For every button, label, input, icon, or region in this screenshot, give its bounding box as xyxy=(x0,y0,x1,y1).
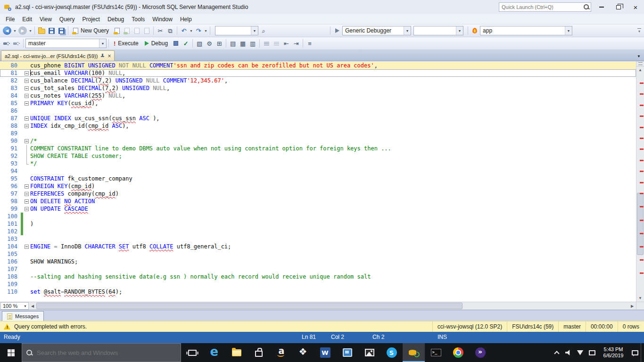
tray-overflow-button[interactable] xyxy=(551,343,562,362)
cut-button[interactable]: ✂ xyxy=(156,25,165,36)
available-databases-combo[interactable]: master ▼ xyxy=(25,39,107,48)
code-line-95[interactable]: 95CONSTRAINT fk_customer_company xyxy=(0,175,636,182)
scroll-up-arrow[interactable]: ▲ xyxy=(636,66,644,74)
uncomment-button[interactable] xyxy=(272,38,281,49)
chevron-down-icon[interactable]: ▼ xyxy=(565,26,572,35)
taskbar-clock[interactable]: 5:43 PM 6/6/2019 xyxy=(598,346,629,359)
back-dropdown[interactable]: ▼ xyxy=(13,29,17,33)
splitter-grip[interactable] xyxy=(636,61,644,66)
code-line-90[interactable]: 90/* xyxy=(0,137,636,145)
tab-close-icon[interactable]: × xyxy=(107,53,111,59)
hscroll-thumb[interactable] xyxy=(36,303,462,309)
taskbar-photos-button[interactable] xyxy=(358,343,380,362)
code-line-84[interactable]: 84cus_notes VARCHAR(255) NULL, xyxy=(0,92,636,99)
network-button[interactable] xyxy=(574,343,586,362)
action-center-button[interactable] xyxy=(629,343,641,362)
menu-file[interactable]: File xyxy=(2,15,18,24)
code-line-110[interactable]: 110set @salt=RANDOM_BYTES(64); xyxy=(0,288,636,296)
task-view-button[interactable] xyxy=(181,343,203,362)
menu-edit[interactable]: Edit xyxy=(18,15,36,24)
ime-button[interactable] xyxy=(586,343,598,362)
taskbar-skype-button[interactable] xyxy=(380,343,403,362)
debug-target-button[interactable] xyxy=(332,25,342,36)
taskbar-store-button[interactable] xyxy=(248,343,270,362)
menu-query[interactable]: Query xyxy=(56,15,79,24)
code-line-81[interactable]: 81cus_email VARCHAR(100) NULL, xyxy=(0,69,636,77)
quick-launch-box[interactable] xyxy=(499,2,591,12)
fold-toggle-icon[interactable] xyxy=(25,192,29,196)
fold-toggle-icon[interactable] xyxy=(25,101,29,106)
maximize-button[interactable] xyxy=(610,0,627,14)
menu-tools[interactable]: Tools xyxy=(128,15,149,24)
results-to-file-button[interactable]: ▥ xyxy=(248,38,257,49)
code-line-96[interactable]: 96FOREIGN KEY(cmp_id) xyxy=(0,182,636,190)
minimize-button[interactable] xyxy=(593,0,610,14)
code-line-87[interactable]: 87UNIQUE INDEX ux_cus_ssn(cus_ssn ASC ), xyxy=(0,115,636,122)
scroll-left-arrow[interactable]: ◀ xyxy=(29,302,36,310)
execute-button[interactable]: ! Execute xyxy=(111,38,141,49)
database-engine-query-button[interactable] xyxy=(112,25,122,36)
code-line-89[interactable]: 89 xyxy=(0,130,636,137)
xmla-query-button[interactable] xyxy=(142,25,151,36)
parse-button[interactable]: ✓ xyxy=(181,38,190,49)
code-line-105[interactable]: 105 xyxy=(0,250,636,258)
fold-toggle-icon[interactable] xyxy=(25,184,29,189)
analysis-query-button[interactable] xyxy=(122,25,132,36)
save-all-button[interactable] xyxy=(57,25,66,36)
copy-button[interactable]: ⧉ xyxy=(165,25,175,36)
fold-toggle-icon[interactable] xyxy=(25,245,29,249)
mdx-query-button[interactable] xyxy=(132,25,141,36)
scroll-down-arrow[interactable]: ▼ xyxy=(636,295,644,302)
code-line-85[interactable]: 85PRIMARY KEY(cus_id), xyxy=(0,99,636,107)
results-to-grid-button[interactable]: ▦ xyxy=(238,38,248,49)
debug-button[interactable]: Debug xyxy=(142,38,171,49)
taskbar-media-app-button[interactable] xyxy=(469,343,491,362)
code-line-103[interactable]: 103 xyxy=(0,235,636,243)
debugger-combo[interactable]: Generic Debugger ▼ xyxy=(342,26,411,35)
open-file-button[interactable] xyxy=(37,25,46,36)
comment-button[interactable] xyxy=(262,38,271,49)
taskbar-word-button[interactable] xyxy=(314,343,336,362)
new-query-button[interactable]: New Query xyxy=(70,25,112,36)
estimated-plan-button[interactable]: ▧ xyxy=(195,38,204,49)
taskbar-cmd-button[interactable] xyxy=(425,343,447,362)
fold-toggle-icon[interactable] xyxy=(25,199,29,204)
pin-icon[interactable] xyxy=(100,53,105,58)
cancel-query-button[interactable] xyxy=(171,38,181,49)
hscroll-track[interactable] xyxy=(36,302,628,310)
taskbar-search-input[interactable] xyxy=(37,349,177,356)
editor-vscrollbar[interactable]: ▲ ▼ xyxy=(636,61,644,302)
chevron-down-icon[interactable]: ▼ xyxy=(251,26,258,35)
chevron-down-icon[interactable]: ▼ xyxy=(404,26,411,35)
taskbar-file-explorer-button[interactable] xyxy=(225,343,248,362)
taskbar-ssms-button[interactable] xyxy=(403,343,425,362)
volume-button[interactable] xyxy=(562,343,574,362)
change-connection-button[interactable] xyxy=(12,38,21,49)
taskbar-search-box[interactable] xyxy=(22,343,181,362)
intellisense-button[interactable]: ⊞ xyxy=(215,38,224,49)
code-line-93[interactable]: 93*/ xyxy=(0,160,636,167)
navigate-back-button[interactable]: ◀ xyxy=(2,25,12,36)
app-filter-button[interactable] xyxy=(470,25,479,36)
find-button[interactable]: ⌕ xyxy=(259,25,268,36)
navigate-forward-button[interactable]: ▶ xyxy=(17,25,28,36)
code-line-94[interactable]: 94 xyxy=(0,167,636,175)
code-line-80[interactable]: 80cus_phone BIGINT UNSIGNED NOT NULL COM… xyxy=(0,62,636,69)
code-area[interactable]: 80cus_phone BIGINT UNSIGNED NOT NULL COM… xyxy=(0,61,636,302)
code-line-108[interactable]: 108--salting and hashing sensitive data(… xyxy=(0,273,636,280)
taskbar-virtualbox-button[interactable] xyxy=(336,343,358,362)
code-line-102[interactable]: 102 xyxy=(0,228,636,235)
connect-button[interactable] xyxy=(2,38,11,49)
chevron-down-icon[interactable]: ▼ xyxy=(99,39,106,48)
redo-dropdown[interactable]: ▼ xyxy=(204,29,208,33)
increase-indent-button[interactable]: ⇥ xyxy=(291,38,301,49)
show-desktop-button[interactable] xyxy=(641,343,644,362)
code-line-83[interactable]: 83cus_tot_sales DECIMAL(7,2) UNSIGNED NU… xyxy=(0,84,636,92)
taskbar-dropbox-button[interactable] xyxy=(292,343,314,362)
menu-help[interactable]: Help xyxy=(176,15,196,24)
fold-toggle-icon[interactable] xyxy=(25,124,29,128)
code-line-82[interactable]: 82cus_balance DECIMAL(7,2) UNSIGNED NULL… xyxy=(0,77,636,84)
fold-toggle-icon[interactable] xyxy=(25,86,29,90)
redo-button[interactable]: ↷ xyxy=(194,25,203,36)
active-files-dropdown[interactable]: ▼ xyxy=(637,54,641,58)
